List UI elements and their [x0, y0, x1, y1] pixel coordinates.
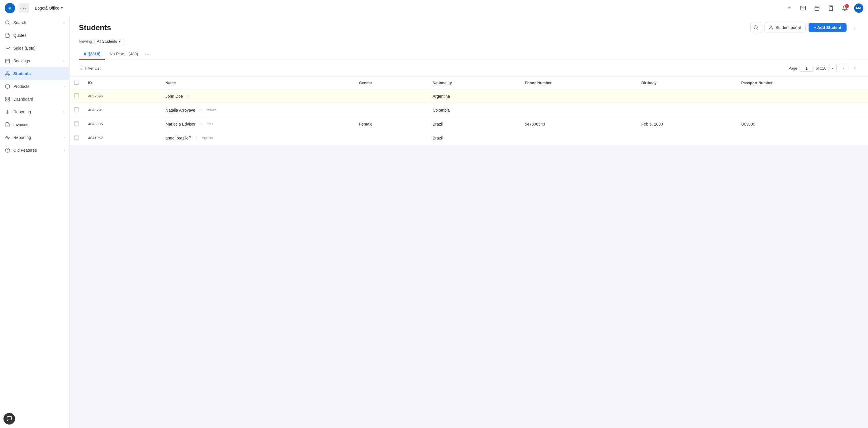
prev-page-button[interactable]: ‹ [829, 64, 837, 72]
row-birthday [637, 131, 737, 145]
sidebar-item-students[interactable]: Students [0, 67, 69, 80]
table-row[interactable]: 4842885 Maricela Edvisor ☆ riols Female … [69, 117, 868, 131]
row-checkbox[interactable] [69, 89, 84, 103]
row-checkbox[interactable] [69, 117, 84, 131]
chevron-right-icon: › [63, 21, 65, 25]
more-options-button[interactable]: ⋮ [849, 23, 859, 32]
svg-rect-19 [8, 97, 9, 99]
svg-rect-10 [829, 5, 833, 10]
sidebar-item-old-reporting[interactable]: Reporting › [0, 131, 69, 144]
filter-list-label: Filter List [85, 66, 101, 70]
add-student-button[interactable]: + Add Student [809, 23, 846, 32]
sidebar-item-old-features[interactable]: Old Features › [0, 144, 69, 157]
viewing-select[interactable]: All Students ▼ [94, 38, 124, 45]
page-title: Students [79, 23, 750, 32]
row-gender [354, 89, 428, 103]
checkbox-header[interactable] [69, 77, 84, 89]
reporting-icon [5, 109, 10, 115]
add-student-label: + Add Student [814, 25, 841, 30]
chevron-down-icon: ▼ [118, 40, 122, 43]
sidebar-item-dashboard[interactable]: Dashboard [0, 93, 69, 105]
row-phone: 547896543 [520, 117, 637, 131]
sidebar-item-bookings[interactable]: Bookings › [0, 55, 69, 67]
svg-text:LOGO: LOGO [20, 7, 27, 10]
table-row[interactable]: 4841962 angel braziloff ☆ Aguilar Brazil [69, 131, 868, 145]
nationality-header: Nationality [428, 77, 520, 89]
favorite-star[interactable]: ☆ [186, 93, 190, 99]
birthday-header: Birthday [637, 77, 737, 89]
row-gender [354, 131, 428, 145]
sidebar-item-sales[interactable]: Sales (Beta) [0, 42, 69, 55]
row-passport: U89J09 [737, 117, 868, 131]
clipboard-button[interactable] [826, 3, 836, 13]
row-birthday [637, 89, 737, 103]
svg-line-31 [757, 28, 758, 29]
sidebar-item-search[interactable]: Search › [0, 16, 69, 29]
header-actions: Student portal + Add Student ⋮ [750, 22, 859, 33]
sidebar-item-label: Dashboard [13, 97, 33, 101]
page-number-input[interactable] [800, 65, 813, 72]
row-nationality: Colombia [428, 103, 520, 117]
office-selector[interactable]: Bogotá Office ▼ [32, 5, 65, 11]
student-portal-label: Student portal [776, 25, 801, 30]
search-button[interactable] [750, 22, 761, 33]
row-name[interactable]: Natalia Arroyave ☆ ízález [161, 103, 354, 117]
chevron-right-icon: › [63, 110, 65, 114]
title-row: Students Student portal + Add Student ⋮ [79, 22, 859, 33]
favorite-star[interactable]: ☆ [199, 121, 203, 127]
sidebar-item-label: Quotes [13, 33, 26, 38]
table-row[interactable]: 4857596 John Doe ☆ Argentina [69, 89, 868, 103]
add-button[interactable]: + [784, 3, 794, 13]
svg-point-30 [754, 26, 757, 29]
row-checkbox[interactable] [69, 103, 84, 117]
notifications-button[interactable]: 1 [840, 3, 849, 13]
sidebar-item-reporting[interactable]: Reporting › [0, 105, 69, 118]
user-avatar[interactable]: MA [854, 3, 863, 13]
favorite-star[interactable]: ☆ [194, 135, 198, 141]
filter-list-button[interactable]: Filter List [79, 66, 101, 70]
row-name[interactable]: Maricela Edvisor ☆ riols [161, 117, 354, 131]
table-area: Filter List Page of 116 ‹ › ⋮ ID Name [69, 60, 868, 428]
table-row[interactable]: 4845791 Natalia Arroyave ☆ ízález Colomb… [69, 103, 868, 117]
tab-all[interactable]: All(2318) [79, 49, 105, 60]
row-checkbox[interactable] [69, 131, 84, 145]
next-page-button[interactable]: › [839, 64, 847, 72]
sidebar-item-label: Reporting [13, 110, 31, 114]
sidebar-item-label: Bookings [13, 59, 30, 63]
messages-button[interactable] [799, 3, 808, 13]
gender-header: Gender [354, 77, 428, 89]
bookings-icon [5, 58, 10, 64]
viewing-label: Viewing [79, 39, 92, 43]
svg-point-32 [770, 26, 771, 27]
sidebar-item-products[interactable]: Products › [0, 80, 69, 93]
row-phone [520, 89, 637, 103]
svg-point-11 [5, 21, 9, 24]
calendar-button[interactable] [812, 3, 822, 13]
tab-more-button[interactable]: ⋯ [143, 49, 152, 60]
row-name[interactable]: John Doe ☆ [161, 89, 354, 103]
student-portal-button[interactable]: Student portal [764, 23, 806, 32]
topbar-actions: + 1 MA [784, 3, 863, 13]
quotes-icon [5, 32, 10, 38]
students-icon [5, 71, 10, 77]
row-id: 4857596 [84, 89, 161, 103]
tab-nopipe[interactable]: No Pipe... (489) [105, 49, 143, 60]
favorite-star[interactable]: ☆ [199, 107, 203, 113]
svg-rect-21 [5, 100, 7, 101]
row-birthday [637, 103, 737, 117]
table-more-button[interactable]: ⋮ [849, 63, 859, 73]
chevron-right-icon: › [63, 84, 65, 88]
topbar: LOGO Bogotá Office ▼ + 1 MA [0, 0, 868, 16]
chat-button[interactable] [3, 413, 15, 425]
sidebar-item-invoices[interactable]: Invoices [0, 118, 69, 131]
svg-rect-18 [5, 97, 7, 99]
row-name[interactable]: angel braziloff ☆ Aguilar [161, 131, 354, 145]
viewing-value: All Students [97, 39, 117, 43]
brand-logo: LOGO [19, 3, 29, 13]
main-content: Students Student portal + Add Student ⋮ [69, 16, 868, 428]
page-total: of 116 [816, 66, 826, 70]
app-logo[interactable] [5, 3, 15, 13]
sidebar-item-quotes[interactable]: Quotes [0, 29, 69, 42]
sales-icon [5, 45, 10, 51]
table-header-row: ID Name Gender Nationality Phone Number … [69, 77, 868, 89]
